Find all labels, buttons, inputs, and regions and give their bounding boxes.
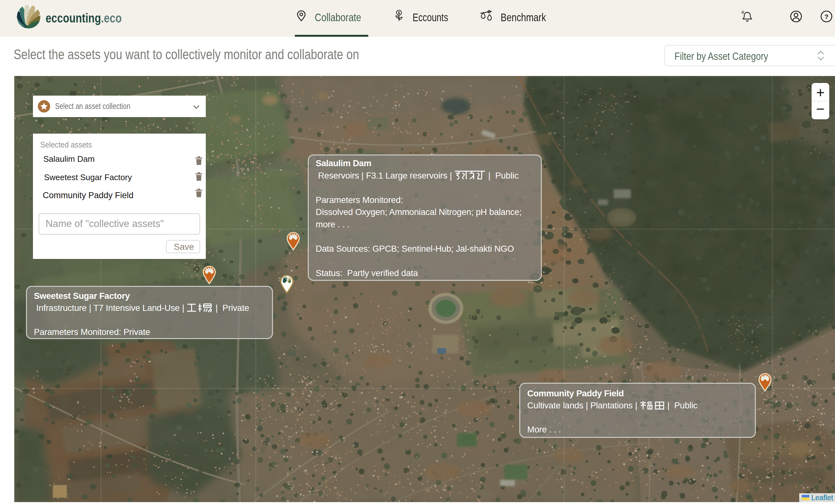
svg-text:?: ? (824, 13, 829, 20)
svg-text:$: $ (398, 11, 400, 15)
